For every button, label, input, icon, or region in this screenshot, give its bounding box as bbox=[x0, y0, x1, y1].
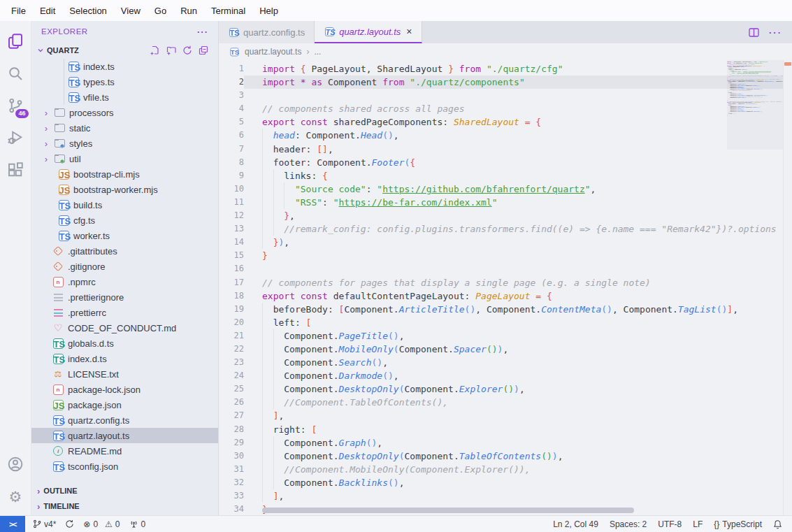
menu-terminal[interactable]: Terminal bbox=[204, 3, 252, 19]
new-file-icon[interactable] bbox=[150, 45, 160, 55]
tree-item-cfg.ts[interactable]: cfg.ts bbox=[31, 213, 218, 228]
code-line-12[interactable]: 12}, bbox=[219, 209, 783, 222]
tree-item-build.ts[interactable]: build.ts bbox=[31, 197, 218, 213]
remote-indicator[interactable]: >< bbox=[0, 516, 25, 532]
code-line-2[interactable]: 2import * as Component from "./quartz/co… bbox=[219, 76, 783, 89]
explorer-more-icon[interactable]: ··· bbox=[197, 27, 208, 37]
code-line-26[interactable]: 26//Component.TableOfContents(), bbox=[219, 396, 783, 409]
git-branch-status[interactable]: v4* bbox=[33, 519, 56, 529]
sync-status[interactable] bbox=[65, 519, 74, 529]
code-line-14[interactable]: 14}), bbox=[219, 236, 783, 249]
code-line-33[interactable]: 33], bbox=[219, 489, 783, 503]
menu-edit[interactable]: Edit bbox=[33, 3, 62, 19]
horizontal-scrollbar[interactable] bbox=[262, 508, 634, 513]
code-line-30[interactable]: 30Component.DesktopOnly(Component.TableO… bbox=[219, 450, 783, 463]
code-line-17[interactable]: 17// components for pages that display a… bbox=[219, 276, 783, 289]
tree-item-worker.ts[interactable]: worker.ts bbox=[31, 228, 218, 243]
tree-item-package.json[interactable]: package.json bbox=[31, 397, 218, 412]
code-line-23[interactable]: 23Component.Search(), bbox=[219, 356, 783, 369]
tree-item-index.d.ts[interactable]: index.d.ts bbox=[31, 351, 218, 366]
code-line-29[interactable]: 29Component.Graph(), bbox=[219, 436, 783, 450]
split-editor-icon[interactable] bbox=[749, 28, 759, 37]
tree-item-index.ts[interactable]: index.ts bbox=[31, 59, 218, 74]
menu-file[interactable]: File bbox=[4, 3, 33, 19]
tree-item-package-lock.json[interactable]: package-lock.json bbox=[31, 382, 218, 397]
project-section-header[interactable]: QUARTZ bbox=[31, 42, 218, 59]
problems-status[interactable]: ⊗ 0 ⚠ 0 bbox=[83, 519, 120, 529]
code-line-22[interactable]: 22Component.MobileOnly(Component.Spacer(… bbox=[219, 343, 783, 356]
editor-more-actions-icon[interactable]: ··· bbox=[769, 27, 782, 38]
tree-item-bootstrap-cli.mjs[interactable]: bootstrap-cli.mjs bbox=[31, 166, 218, 182]
tree-item-quartz.layout.ts[interactable]: quartz.layout.ts bbox=[31, 428, 218, 443]
code-line-20[interactable]: 20left: [ bbox=[219, 316, 783, 329]
sidebar-section-timeline[interactable]: › TIMELINE bbox=[31, 498, 218, 514]
code-line-10[interactable]: 10"Source code": "https://github.com/bfa… bbox=[219, 182, 783, 196]
code-line-11[interactable]: 11"RSS": "https://be-far.com/index.xml" bbox=[219, 196, 783, 209]
encoding-setting[interactable]: UTF-8 bbox=[658, 519, 682, 529]
menu-help[interactable]: Help bbox=[252, 3, 285, 19]
tree-item-tsconfig.json[interactable]: tsconfig.json bbox=[31, 459, 218, 474]
eol-setting[interactable]: LF bbox=[693, 519, 703, 529]
code-line-3[interactable]: 3 bbox=[219, 89, 783, 102]
tree-item-.gitattributes[interactable]: .gitattributes bbox=[31, 243, 218, 259]
indentation-setting[interactable]: Spaces: 2 bbox=[610, 519, 647, 529]
code-line-15[interactable]: 15} bbox=[219, 249, 783, 262]
breadcrumb[interactable]: quartz.layout.ts › ... bbox=[219, 43, 792, 60]
menu-run[interactable]: Run bbox=[173, 3, 204, 19]
code-line-6[interactable]: 6head: Component.Head(), bbox=[219, 129, 783, 142]
ports-status[interactable]: 0 bbox=[129, 519, 146, 529]
tree-item-quartz.config.ts[interactable]: quartz.config.ts bbox=[31, 412, 218, 428]
code-line-24[interactable]: 24Component.Darkmode(), bbox=[219, 369, 783, 382]
cursor-position[interactable]: Ln 2, Col 49 bbox=[553, 519, 598, 529]
tree-item-util[interactable]: ›util bbox=[31, 151, 218, 166]
code-line-5[interactable]: 5export const sharedPageComponents: Shar… bbox=[219, 115, 783, 129]
run-debug-icon[interactable] bbox=[0, 122, 31, 154]
tree-item-CODE_OF_CONDUCT.md[interactable]: CODE_OF_CONDUCT.md bbox=[31, 320, 218, 336]
explorer-icon[interactable] bbox=[0, 25, 31, 57]
tree-item-styles[interactable]: ›styles bbox=[31, 136, 218, 151]
tree-item-static[interactable]: ›static bbox=[31, 120, 218, 136]
menu-go[interactable]: Go bbox=[147, 3, 173, 19]
tree-item-processors[interactable]: ›processors bbox=[31, 105, 218, 120]
language-mode[interactable]: {} TypeScript bbox=[714, 519, 762, 529]
code-line-13[interactable]: 13//remark_config: config.plugins.transf… bbox=[219, 222, 783, 236]
overview-ruler[interactable] bbox=[783, 60, 792, 515]
tree-item-README.md[interactable]: README.md bbox=[31, 443, 218, 459]
settings-gear-icon[interactable]: ⚙ bbox=[0, 480, 31, 512]
code-line-8[interactable]: 8footer: Component.Footer({ bbox=[219, 156, 783, 169]
code-line-18[interactable]: 18export const defaultContentPageLayout:… bbox=[219, 289, 783, 303]
code-line-16[interactable]: 16 bbox=[219, 262, 783, 275]
code-line-27[interactable]: 27], bbox=[219, 409, 783, 422]
new-folder-icon[interactable] bbox=[166, 45, 176, 55]
code-line-4[interactable]: 4// components shared across all pages bbox=[219, 102, 783, 115]
menu-view[interactable]: View bbox=[114, 3, 147, 19]
code-editor[interactable]: 1import { PageLayout, SharedLayout } fro… bbox=[219, 60, 792, 515]
tree-item-.npmrc[interactable]: .npmrc bbox=[31, 274, 218, 289]
code-line-31[interactable]: 31//Component.MobileOnly(Component.Explo… bbox=[219, 463, 783, 476]
search-icon[interactable] bbox=[0, 57, 31, 89]
menu-selection[interactable]: Selection bbox=[62, 3, 113, 19]
code-line-21[interactable]: 21Component.PageTitle(), bbox=[219, 329, 783, 343]
code-line-32[interactable]: 32Component.Backlinks(), bbox=[219, 476, 783, 489]
tree-item-bootstrap-worker.mjs[interactable]: bootstrap-worker.mjs bbox=[31, 182, 218, 197]
code-line-28[interactable]: 28right: [ bbox=[219, 423, 783, 436]
source-control-icon[interactable]: 46 bbox=[0, 89, 31, 122]
tree-item-globals.d.ts[interactable]: globals.d.ts bbox=[31, 336, 218, 351]
tree-item-.gitignore[interactable]: .gitignore bbox=[31, 259, 218, 274]
code-line-25[interactable]: 25Component.DesktopOnly(Component.Explor… bbox=[219, 382, 783, 396]
accounts-icon[interactable] bbox=[0, 448, 31, 480]
close-tab-icon[interactable]: × bbox=[406, 26, 412, 37]
collapse-all-icon[interactable] bbox=[199, 45, 208, 55]
extensions-icon[interactable] bbox=[0, 154, 31, 186]
tree-item-LICENSE.txt[interactable]: LICENSE.txt bbox=[31, 366, 218, 382]
tab-quartz-layout[interactable]: quartz.layout.ts × bbox=[315, 21, 422, 43]
code-line-19[interactable]: 19beforeBody: [Component.ArticleTitle(),… bbox=[219, 303, 783, 316]
minimap[interactable]: import { PageLayout, SharedLayout } from… bbox=[727, 62, 783, 308]
tree-item-types.ts[interactable]: types.ts bbox=[31, 74, 218, 89]
code-line-1[interactable]: 1import { PageLayout, SharedLayout } fro… bbox=[219, 62, 783, 76]
tree-item-.prettierignore[interactable]: .prettierignore bbox=[31, 289, 218, 305]
tab-quartz-config[interactable]: quartz.config.ts bbox=[219, 21, 315, 43]
refresh-icon[interactable] bbox=[182, 45, 192, 55]
tree-item-vfile.ts[interactable]: vfile.ts bbox=[31, 89, 218, 105]
tree-item-.prettierrc[interactable]: .prettierrc bbox=[31, 305, 218, 320]
